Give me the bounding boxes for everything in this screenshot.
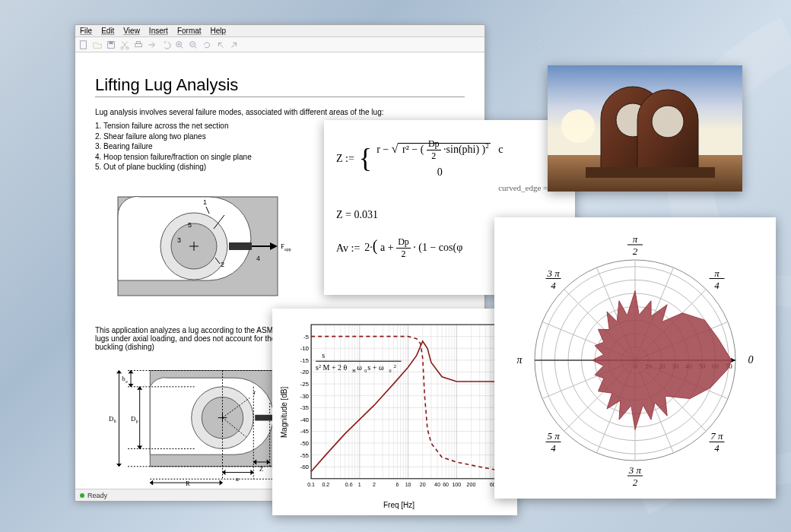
svg-text:π: π (516, 354, 523, 366)
menu-format[interactable]: Format (177, 27, 202, 35)
lug-photo (548, 65, 742, 192)
intro-text: Lug analysis involves several failure mo… (95, 108, 465, 116)
svg-point-61 (561, 109, 595, 143)
print-icon[interactable] (133, 40, 144, 50)
zoom-out-icon[interactable] (188, 40, 199, 50)
svg-text:ω: ω (357, 363, 362, 372)
svg-text:3 π: 3 π (628, 464, 642, 476)
bode-plot: -60-55-50-45-40-35-30-25-20-15-10-50.10.… (288, 315, 510, 501)
svg-rect-8 (136, 41, 140, 43)
svg-text:20: 20 (420, 482, 426, 487)
svg-text:-5: -5 (303, 334, 310, 340)
svg-text:r: r (253, 388, 256, 395)
menu-insert[interactable]: Insert (149, 27, 168, 35)
eq-z-definition: Z := { r − √ r² − ( Dp2 ·sin(phi) )2 c 0 (336, 138, 563, 179)
undo2-icon[interactable] (215, 40, 226, 50)
open-icon[interactable] (92, 40, 103, 50)
svg-text:-35: -35 (300, 404, 309, 411)
bode-ylabel: Magnitude [dB] (280, 315, 288, 509)
svg-text:D: D (109, 414, 113, 422)
toolbar (75, 37, 484, 52)
undo-icon[interactable] (160, 40, 171, 50)
menu-view[interactable]: View (123, 27, 140, 35)
menu-file[interactable]: File (80, 27, 92, 35)
eq-side-text: curved_edge = "N" (336, 183, 563, 192)
redo2-icon[interactable] (229, 40, 240, 50)
bode-plot-panel: Magnitude [dB] -60-55-50-45-40-35-30-25-… (272, 309, 517, 515)
svg-rect-2 (81, 40, 87, 49)
svg-text:π: π (714, 268, 720, 279)
svg-text:H: H (352, 369, 356, 373)
svg-text:1: 1 (358, 482, 361, 487)
svg-text:4: 4 (551, 280, 556, 291)
svg-text:p: p (136, 419, 138, 423)
svg-text:-50: -50 (300, 440, 309, 447)
refresh-icon[interactable] (202, 40, 212, 50)
svg-text:60: 60 (443, 482, 449, 487)
svg-text:s² M + 2 θ: s² M + 2 θ (316, 363, 347, 372)
photo-panel (548, 65, 742, 192)
svg-point-63 (652, 106, 684, 138)
svg-text:2: 2 (393, 363, 396, 369)
bode-xlabel: Freq [Hz] (288, 501, 510, 509)
status-dot-icon (80, 493, 84, 498)
svg-rect-58 (255, 414, 272, 420)
svg-text:1: 1 (203, 198, 207, 206)
svg-text:app: app (284, 247, 291, 252)
svg-text:5 π: 5 π (547, 430, 560, 442)
svg-text:40: 40 (434, 482, 440, 487)
svg-text:-60: -60 (300, 464, 309, 470)
polar-plot: 0102030405060700 π 4 π 2 3 π 4π 5 π 4 3 … (502, 225, 768, 491)
svg-text:-30: -30 (300, 393, 309, 400)
menu-edit[interactable]: Edit (101, 27, 114, 35)
svg-text:e: e (125, 379, 128, 384)
svg-rect-64 (586, 167, 715, 178)
svg-text:0: 0 (364, 369, 367, 373)
svg-text:a: a (236, 475, 239, 483)
svg-text:2: 2 (633, 477, 638, 488)
svg-text:-10: -10 (300, 345, 309, 352)
menubar: File Edit View Insert Format Help (75, 25, 484, 37)
svg-rect-15 (229, 242, 252, 250)
cut-icon[interactable] (119, 40, 130, 50)
svg-text:0.6: 0.6 (345, 482, 353, 487)
menu-help[interactable]: Help (211, 27, 227, 35)
svg-text:5: 5 (188, 221, 192, 229)
polar-plot-panel: 0102030405060700 π 4 π 2 3 π 4π 5 π 4 3 … (494, 217, 776, 499)
svg-text:-45: -45 (300, 428, 309, 435)
svg-rect-7 (135, 43, 142, 46)
svg-text:4: 4 (256, 255, 260, 262)
svg-text:3: 3 (177, 236, 181, 244)
save-icon[interactable] (106, 40, 116, 50)
svg-text:D: D (131, 414, 135, 422)
arrow-icon[interactable] (147, 40, 157, 50)
svg-text:s: s (322, 351, 325, 359)
svg-text:0: 0 (748, 354, 754, 366)
new-icon[interactable] (78, 40, 89, 50)
svg-text:100: 100 (452, 482, 461, 487)
svg-text:4: 4 (714, 280, 720, 291)
svg-text:s + ω: s + ω (367, 363, 384, 372)
lug-figure-1: F app 1 3 5 2 4 (95, 182, 308, 311)
svg-text:2: 2 (373, 482, 376, 487)
svg-rect-4 (109, 41, 113, 44)
svg-text:2: 2 (633, 245, 638, 257)
svg-text:0.2: 0.2 (322, 482, 329, 487)
svg-text:6: 6 (396, 482, 399, 487)
zoom-in-icon[interactable] (174, 40, 185, 50)
svg-text:Z: Z (259, 464, 263, 472)
status-ready: Ready (87, 492, 107, 499)
svg-text:R: R (186, 480, 190, 486)
svg-text:-15: -15 (300, 357, 309, 364)
svg-text:0.1: 0.1 (307, 482, 315, 487)
svg-text:-25: -25 (300, 381, 309, 388)
svg-text:10: 10 (405, 482, 411, 487)
svg-text:h: h (114, 419, 116, 423)
svg-text:2: 2 (221, 261, 224, 268)
svg-text:-55: -55 (300, 452, 309, 459)
svg-text:-20: -20 (300, 369, 309, 376)
page-title: Lifting Lug Analysis (95, 75, 465, 97)
svg-text:200: 200 (467, 482, 476, 487)
svg-text:4: 4 (714, 442, 720, 454)
svg-text:3 π: 3 π (546, 268, 560, 279)
